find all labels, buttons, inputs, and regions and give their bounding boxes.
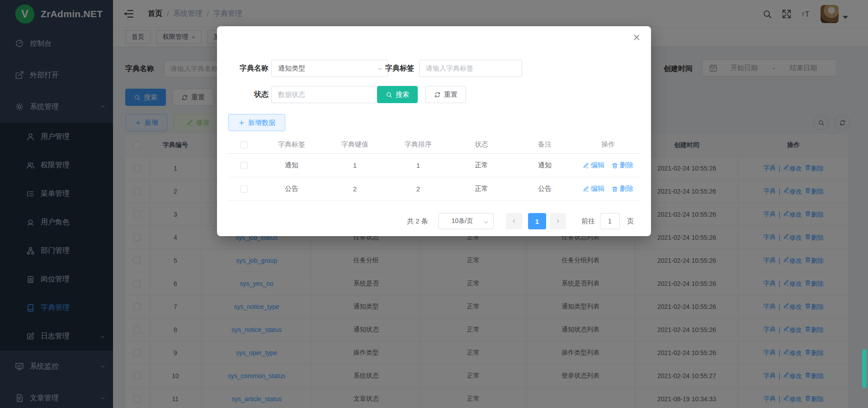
- dialog-edit-link[interactable]: 编辑: [583, 185, 604, 193]
- dialog-table-header-cell: 备注: [513, 140, 576, 149]
- dialog-table-cell: 公告: [260, 185, 323, 193]
- current-page-button[interactable]: 1: [528, 213, 546, 229]
- dialog-table-cell: 通知: [513, 161, 576, 170]
- pagination: 共 2 条 10条/页 1 前往 1 页: [217, 213, 651, 229]
- dialog-table-cell: 2: [323, 185, 387, 193]
- modal-reset-label: 重置: [444, 90, 458, 99]
- dialog-table-cell: 编辑删除: [576, 161, 640, 170]
- chevron-right-icon: [555, 218, 561, 224]
- refresh-icon: [434, 91, 441, 98]
- dialog-table-header-cell: 字典排序: [387, 140, 450, 149]
- dialog-row-checkbox[interactable]: [241, 185, 248, 193]
- page-scrollbar-thumb[interactable]: [862, 349, 867, 388]
- pencil-icon: [583, 162, 589, 169]
- dialog-delete-label: 删除: [620, 161, 633, 170]
- dialog-table-cell: 1: [387, 161, 450, 169]
- pencil-icon: [583, 186, 589, 192]
- page-size-value: 10条/页: [452, 217, 473, 225]
- modal-status-placeholder: 数据状态: [278, 90, 305, 99]
- dialog-table-header-cell: 字典标签: [260, 140, 323, 149]
- plus-icon: [238, 119, 245, 126]
- dialog-table-cell: 编辑删除: [576, 185, 640, 193]
- dialog-select-all-checkbox[interactable]: [241, 141, 248, 148]
- dialog-table-header-cell: 状态: [450, 140, 513, 149]
- dialog-delete-label: 删除: [620, 185, 633, 193]
- dialog-table-cell: 1: [323, 161, 387, 169]
- modal-search-button[interactable]: 搜索: [377, 86, 418, 103]
- dialog-table-cell: 2: [387, 185, 450, 193]
- next-page-button[interactable]: [550, 213, 566, 229]
- dialog-edit-label: 编辑: [591, 161, 604, 170]
- dialog-close-icon[interactable]: ×: [633, 32, 640, 44]
- dialog-edit-label: 编辑: [591, 185, 604, 193]
- magnifier-icon: [386, 91, 392, 98]
- trash-icon: [612, 186, 618, 192]
- modal-dict-label-input[interactable]: 请输入字典标签: [419, 60, 522, 77]
- dict-data-table: 字典标签字典键值字典排序状态备注操作通知11正常通知编辑删除公告22正常公告编辑…: [228, 136, 640, 201]
- modal-dict-name-value: 通知类型: [278, 64, 305, 73]
- dialog-table-cell: [228, 162, 260, 169]
- dialog-delete-link[interactable]: 删除: [612, 185, 633, 193]
- dialog-edit-link[interactable]: 编辑: [583, 161, 604, 170]
- dialog-delete-link[interactable]: 删除: [612, 161, 633, 170]
- dialog-row-actions: 编辑删除: [583, 185, 633, 193]
- chevron-down-icon: [483, 219, 489, 225]
- dialog-table-row: 通知11正常通知编辑删除: [228, 154, 640, 177]
- goto-page-input[interactable]: 1: [600, 213, 620, 229]
- modal-dict-label-label: 字典标签: [376, 60, 414, 77]
- dialog-table-header-cell: 操作: [576, 140, 640, 149]
- add-data-label: 新增数据: [248, 119, 275, 127]
- dialog-table-cell: 正常: [450, 161, 513, 170]
- goto-unit-label: 页: [627, 213, 634, 229]
- dialog-table-header-row: 字典标签字典键值字典排序状态备注操作: [228, 136, 640, 154]
- dialog-table-cell: 通知: [260, 161, 323, 170]
- modal-reset-button[interactable]: 重置: [425, 86, 466, 103]
- add-data-button[interactable]: 新增数据: [228, 114, 285, 131]
- dialog-table-cell: [228, 185, 260, 193]
- dialog-row-actions: 编辑删除: [583, 161, 633, 170]
- pagination-total: 共 2 条: [407, 213, 428, 229]
- dialog-table-cell: 正常: [450, 185, 513, 193]
- modal-dict-name-select[interactable]: 通知类型: [271, 60, 388, 77]
- goto-label: 前往: [581, 213, 595, 229]
- dialog-table-header-cell: [228, 141, 260, 148]
- dialog-row-checkbox[interactable]: [241, 162, 248, 169]
- modal-status-label: 状态: [226, 86, 269, 103]
- modal-dict-name-label: 字典名称: [226, 60, 269, 77]
- page-size-select[interactable]: 10条/页: [438, 213, 494, 229]
- trash-icon: [612, 162, 618, 169]
- dialog-table-cell: 公告: [513, 185, 576, 193]
- chevron-left-icon: [511, 218, 517, 224]
- dict-data-dialog: × 字典名称 通知类型 字典标签 请输入字典标签 状态 数据状态 搜索 重置 新…: [217, 26, 651, 236]
- dialog-table-header-cell: 字典键值: [323, 140, 387, 149]
- modal-search-label: 搜索: [396, 90, 409, 99]
- modal-status-select[interactable]: 数据状态: [271, 86, 388, 103]
- modal-dict-label-placeholder: 请输入字典标签: [426, 64, 473, 73]
- dialog-table-row: 公告22正常公告编辑删除: [228, 177, 640, 201]
- app-root: V ZrAdmin.NET 控制台外部打开系统管理用户管理权限管理菜单管理用户角…: [0, 0, 868, 408]
- prev-page-button[interactable]: [506, 213, 522, 229]
